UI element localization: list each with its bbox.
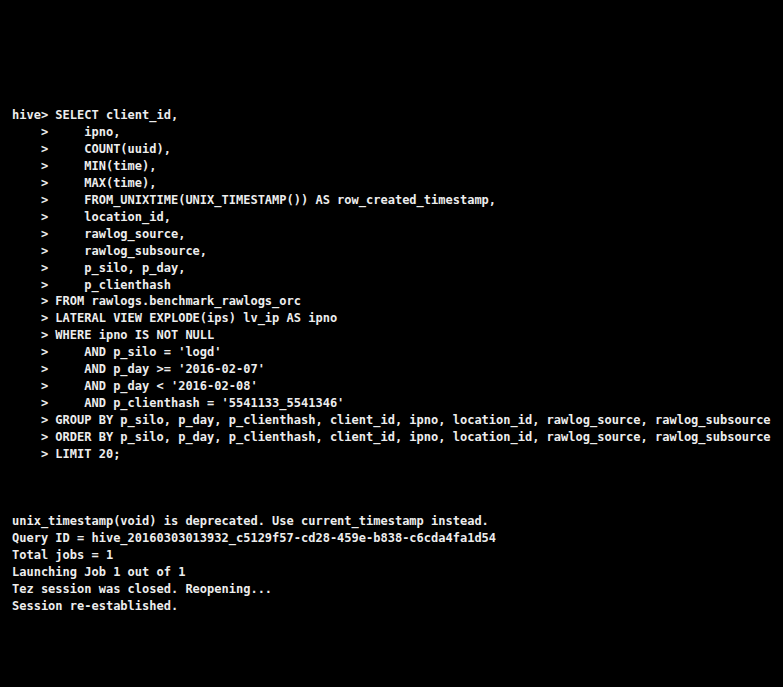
hive-message-line: Session re-established. (12, 598, 783, 615)
hive-query-line: > rawlog_subsource, (12, 243, 783, 260)
terminal-viewport[interactable]: Time taken: 24.558 seconds, Fetched: 20 … (0, 0, 783, 687)
hive-query-line: > AND p_clienthash = '5541133_5541346' (12, 395, 783, 412)
hive-message-block: unix_timestamp(void) is deprecated. Use … (12, 513, 783, 614)
hive-query-line: hive> SELECT client_id, (12, 107, 783, 124)
hive-query-line: > LIMIT 20; (12, 446, 783, 463)
hive-query-line: > MAX(time), (12, 175, 783, 192)
clipped-previous-line: Time taken: 24.558 seconds, Fetched: 20 … (12, 51, 783, 57)
hive-query-line: > p_silo, p_day, (12, 260, 783, 277)
hive-message-line: Total jobs = 1 (12, 547, 783, 564)
hive-query-line: > p_clienthash (12, 277, 783, 294)
hive-query-line: > FROM_UNIXTIME(UNIX_TIMESTAMP()) AS row… (12, 192, 783, 209)
hive-query-line: > rawlog_source, (12, 226, 783, 243)
hive-query-line: > AND p_day < '2016-02-08' (12, 378, 783, 395)
hive-query-line: > FROM rawlogs.benchmark_rawlogs_orc (12, 293, 783, 310)
hive-message-line: unix_timestamp(void) is deprecated. Use … (12, 513, 783, 530)
hive-query-line: > MIN(time), (12, 158, 783, 175)
hive-query-line: > GROUP BY p_silo, p_day, p_clienthash, … (12, 412, 783, 429)
hive-query-line: > AND p_silo = 'logd' (12, 344, 783, 361)
blank-line (12, 665, 783, 682)
hive-message-line: Tez session was closed. Reopening... (12, 581, 783, 598)
hive-query-line: > location_id, (12, 209, 783, 226)
hive-query-line: > AND p_day >= '2016-02-07' (12, 361, 783, 378)
hive-query-line: > COUNT(uuid), (12, 141, 783, 158)
hive-query-line: > ipno, (12, 124, 783, 141)
hive-query-block: hive> SELECT client_id, > ipno, > COUNT(… (12, 107, 783, 462)
hive-query-line: > LATERAL VIEW EXPLODE(ips) lv_ip AS ipn… (12, 310, 783, 327)
hive-message-line: Launching Job 1 out of 1 (12, 564, 783, 581)
hive-query-line: > WHERE ipno IS NOT NULL (12, 327, 783, 344)
hive-query-line: > ORDER BY p_silo, p_day, p_clienthash, … (12, 429, 783, 446)
hive-message-line: Query ID = hive_20160303013932_c5129f57-… (12, 530, 783, 547)
